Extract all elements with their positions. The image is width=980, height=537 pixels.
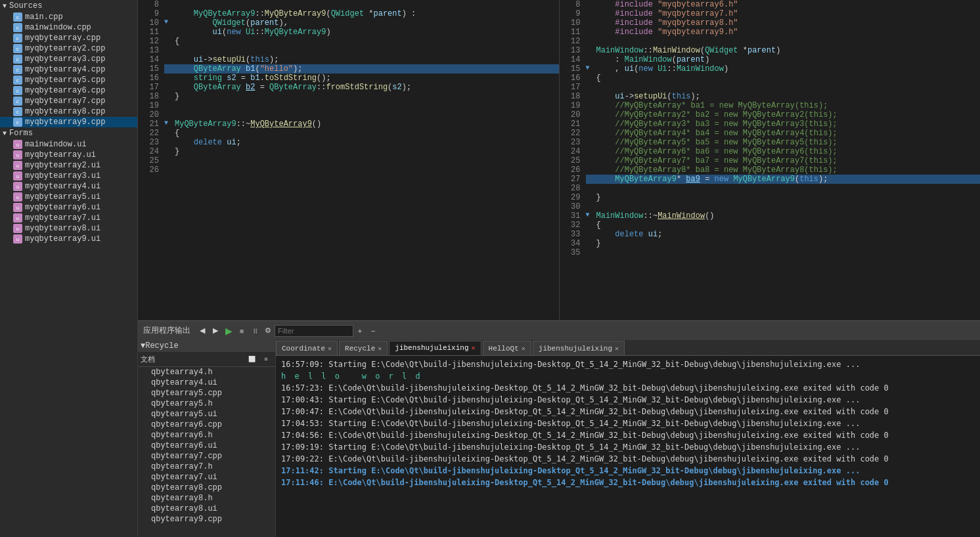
sidebar-item-mainwindow-ui[interactable]: umainwindow.ui xyxy=(0,139,137,150)
sidebar-item-myqbytearray7-cpp[interactable]: cmyqbytearray7.cpp xyxy=(0,96,137,106)
ui-icon: u xyxy=(13,213,22,223)
sidebar-item-myqbytearray8-ui[interactable]: umyqbytearray8.ui xyxy=(0,223,137,234)
output-area[interactable]: 16:57:09: Starting E:\Code\Qt\build-jibe… xyxy=(276,356,980,537)
line-arrow xyxy=(586,175,594,184)
bottom-tab-3[interactable]: HelloQt✕ xyxy=(483,341,531,355)
lb-item-label: qbytearray8.h xyxy=(151,494,213,503)
bottom-tab-2[interactable]: jibenshujuleixing✕ xyxy=(389,341,481,355)
line-number: 17 xyxy=(560,83,586,92)
bottom-tab-0[interactable]: Coordinate✕ xyxy=(276,341,338,355)
doc-label: 文档 xyxy=(141,354,155,364)
lb-item-qbytearray5-cpp[interactable]: qbytearray5.cpp xyxy=(138,388,275,398)
settings-btn[interactable]: ⚙ xyxy=(262,325,274,337)
lb-item-qbytearray7-h[interactable]: qbytearray7.h xyxy=(138,462,275,472)
next-btn[interactable]: ▶ xyxy=(210,325,221,337)
tab-close[interactable]: ✕ xyxy=(378,345,382,353)
filter-input[interactable] xyxy=(275,325,353,337)
sidebar-item-myqbytearray4-ui[interactable]: umyqbytearray4.ui xyxy=(0,181,137,192)
lb-item-label: qbytearray9.cpp xyxy=(151,515,222,524)
sidebar-item-myqbytearray5-ui[interactable]: umyqbytearray5.ui xyxy=(0,192,137,202)
add-btn[interactable]: + xyxy=(354,325,366,337)
left-bottom-items: qbytearray4.hqbytearray4.uiqbytearray5.c… xyxy=(138,367,275,525)
tab-close[interactable]: ✕ xyxy=(522,345,525,353)
sidebar-item-myqbytearray6-ui[interactable]: umyqbytearray6.ui xyxy=(0,202,137,213)
sidebar-item-myqbytearray3-cpp[interactable]: cmyqbytearray3.cpp xyxy=(0,54,137,64)
lb-item-qbytearray4-ui[interactable]: qbytearray4.ui xyxy=(138,377,275,388)
cpp-icon: c xyxy=(13,44,22,53)
pause-btn[interactable]: ⏸ xyxy=(249,325,261,337)
tab-close[interactable]: ✕ xyxy=(328,345,332,353)
lb-item-qbytearray7-cpp[interactable]: qbytearray7.cpp xyxy=(138,451,275,462)
lb-item-qbytearray6-cpp[interactable]: qbytearray6.cpp xyxy=(138,419,275,430)
sidebar-item-myqbytearray4-cpp[interactable]: cmyqbytearray4.cpp xyxy=(0,64,137,75)
line-number: 16 xyxy=(138,74,164,83)
sidebar-item-myqbytearray8-cpp[interactable]: cmyqbytearray8.cpp xyxy=(0,106,137,117)
sources-header[interactable]: ▼ Sources xyxy=(0,0,137,12)
sidebar-item-myqbytearray-cpp[interactable]: cmyqbytearray.cpp xyxy=(0,33,137,43)
line-arrow xyxy=(164,64,172,74)
lb-item-qbytearray8-ui[interactable]: qbytearray8.ui xyxy=(138,504,275,514)
code-line: 10 #include "myqbytearray8.h" xyxy=(560,18,981,28)
lb-item-qbytearray8-h[interactable]: qbytearray8.h xyxy=(138,493,275,504)
line-content: //MyQByteArray5* ba5 = new MyQByteArray5… xyxy=(594,138,981,147)
line-content xyxy=(594,184,981,193)
right-code-panel[interactable]: 8 #include "myqbytearray6.h" 9 #include … xyxy=(559,0,981,320)
line-arrow xyxy=(164,92,172,101)
recycle-title: Recycle xyxy=(145,341,178,351)
tab-close[interactable]: ✕ xyxy=(615,345,619,353)
lb-item-qbytearray8-cpp[interactable]: qbytearray8.cpp xyxy=(138,483,275,493)
lb-item-qbytearray6-ui[interactable]: qbytearray6.ui xyxy=(138,440,275,451)
sidebar-item-myqbytearray2-ui[interactable]: umyqbytearray2.ui xyxy=(0,160,137,171)
line-number: 8 xyxy=(560,0,586,9)
line-arrow xyxy=(164,28,172,37)
line-content: MyQByteArray9* ba9 = new MyQByteArray9(t… xyxy=(594,175,981,184)
line-number: 25 xyxy=(560,156,586,165)
sidebar-item-myqbytearray9-cpp[interactable]: cmyqbytearray9.cpp xyxy=(0,117,137,127)
sidebar-item-myqbytearray6-cpp[interactable]: cmyqbytearray6.cpp xyxy=(0,85,137,96)
line-arrow xyxy=(586,74,594,83)
left-code-panel[interactable]: 8 9 MyQByteArray9::MyQByteArray9(QWidget… xyxy=(138,0,559,320)
line-arrow xyxy=(586,110,594,119)
tab-close[interactable]: ✕ xyxy=(472,344,476,352)
run-btn[interactable]: ▶ xyxy=(223,325,234,337)
code-line: 12 { xyxy=(138,37,559,46)
sidebar-item-myqbytearray9-ui[interactable]: umyqbytearray9.ui xyxy=(0,234,137,244)
lb-item-qbytearray5-ui[interactable]: qbytearray5.ui xyxy=(138,409,275,419)
lb-item-qbytearray9-cpp[interactable]: qbytearray9.cpp xyxy=(138,514,275,525)
bottom-toolbar: 应用程序输出 ◀ ▶ ▶ ■ ⏸ ⚙ + − xyxy=(138,320,980,340)
sidebar-item-myqbytearray2-cpp[interactable]: cmyqbytearray2.cpp xyxy=(0,43,137,54)
sidebar-item-myqbytearray5-cpp[interactable]: cmyqbytearray5.cpp xyxy=(0,75,137,85)
bottom-tab-1[interactable]: Recycle✕ xyxy=(339,341,388,355)
recycle-arrow: ▼ xyxy=(141,341,145,351)
remove-btn[interactable]: − xyxy=(367,325,379,337)
code-line: 13 xyxy=(138,46,559,55)
sidebar-item-myqbytearray7-ui[interactable]: umyqbytearray7.ui xyxy=(0,213,137,223)
doc-btn1[interactable]: ⬜ xyxy=(246,353,257,365)
line-number: 18 xyxy=(560,92,586,101)
line-content xyxy=(172,110,559,119)
line-number: 12 xyxy=(138,37,164,46)
line-content xyxy=(594,248,981,257)
doc-btn2[interactable]: ≡ xyxy=(260,353,272,365)
line-arrow xyxy=(586,184,594,193)
bottom-tab-4[interactable]: jibenshujuleixing✕ xyxy=(533,341,625,355)
lb-item-qbytearray6-h[interactable]: qbytearray6.h xyxy=(138,430,275,440)
code-line: 35 xyxy=(560,248,981,257)
lb-item-qbytearray5-h[interactable]: qbytearray5.h xyxy=(138,398,275,409)
code-line: 30 xyxy=(560,202,981,211)
code-line: 14 : MainWindow(parent) xyxy=(560,55,981,64)
sidebar-item-mainwindow-cpp[interactable]: cmainwindow.cpp xyxy=(0,22,137,33)
sidebar-item-myqbytearray-ui[interactable]: umyqbytearray.ui xyxy=(0,150,137,160)
prev-btn[interactable]: ◀ xyxy=(196,325,208,337)
sidebar-item-myqbytearray3-ui[interactable]: umyqbytearray3.ui xyxy=(0,171,137,181)
forms-header[interactable]: ▼ Forms xyxy=(0,127,137,139)
code-line: 31 ▼ MainWindow::~MainWindow() xyxy=(560,211,981,221)
lb-item-qbytearray4-h[interactable]: qbytearray4.h xyxy=(138,367,275,377)
lb-item-qbytearray7-ui[interactable]: qbytearray7.ui xyxy=(138,472,275,483)
sidebar-item-label: myqbytearray6.ui xyxy=(25,203,100,212)
stop-btn[interactable]: ■ xyxy=(236,325,248,337)
line-content: //MyQByteArray3* ba3 = new MyQByteArray3… xyxy=(594,119,981,129)
sidebar-item-main-cpp[interactable]: cmain.cpp xyxy=(0,12,137,22)
line-content: QWidget(parent), xyxy=(172,18,559,28)
code-line: 23 delete ui; xyxy=(138,138,559,147)
